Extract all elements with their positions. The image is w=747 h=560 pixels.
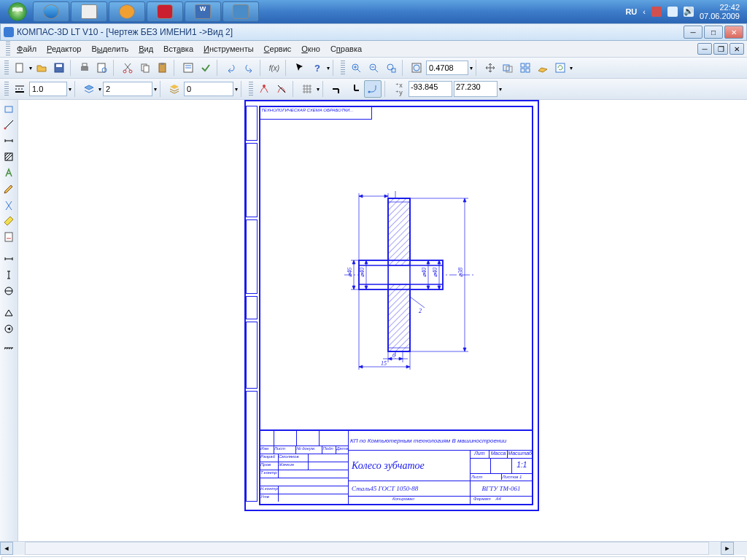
cut-button[interactable] (120, 60, 136, 76)
tray-chevron-icon[interactable]: ‹ (643, 7, 646, 16)
volume-icon[interactable]: 🔊 (684, 7, 694, 17)
layer-input[interactable] (184, 82, 233, 96)
menu-window[interactable]: Окно (296, 43, 325, 55)
command-line[interactable] (1, 556, 746, 560)
menu-insert[interactable]: Вставка (158, 43, 198, 55)
taskbar-kompas[interactable] (222, 1, 259, 22)
close-button[interactable]: ✕ (724, 26, 743, 39)
grip-icon[interactable] (249, 82, 253, 96)
text-icon[interactable] (1, 166, 16, 180)
undo-button[interactable] (223, 60, 239, 76)
scroll-right-icon[interactable]: ► (721, 542, 734, 555)
aux3-icon[interactable] (1, 284, 16, 298)
grip-icon[interactable] (4, 82, 9, 96)
zoom-window-button[interactable] (383, 60, 399, 76)
geometry-icon[interactable] (1, 101, 16, 116)
linestyle-button[interactable] (12, 81, 28, 97)
menu-service[interactable]: Сервис (259, 43, 297, 55)
aux5-icon[interactable] (1, 322, 16, 336)
pan-button[interactable] (482, 60, 498, 76)
properties-button[interactable] (180, 60, 196, 76)
menu-view[interactable]: Вид (133, 43, 158, 55)
maximize-button[interactable]: □ (704, 26, 723, 39)
taskbar-app1[interactable] (71, 1, 107, 22)
svg-line-57 (5, 153, 8, 156)
line-icon[interactable] (1, 117, 16, 132)
zoom-all-button[interactable] (517, 60, 533, 76)
ortho-h-button[interactable] (329, 81, 345, 97)
copy-props-button[interactable] (198, 60, 214, 76)
top-stamp: ТЕХНОЛОГИЧЕСКАЯ СХЕМА ОБРАБОТКИ... (260, 107, 372, 120)
zoom-input[interactable] (426, 61, 468, 75)
aux2-icon[interactable] (1, 268, 16, 282)
layers-button[interactable] (81, 81, 97, 97)
fx-button[interactable]: f(x) (266, 60, 282, 76)
dim-icon[interactable] (1, 133, 16, 148)
aux4-icon[interactable] (1, 306, 16, 320)
minimize-button[interactable]: ─ (684, 26, 703, 39)
tray-icon-1[interactable] (651, 7, 662, 17)
coords-button[interactable]: ⁺x⁺y (391, 81, 407, 97)
hatch-icon[interactable] (1, 149, 16, 164)
menu-tools[interactable]: Инструменты (198, 43, 259, 55)
svg-rect-56 (5, 153, 12, 160)
zoom-fit-button[interactable] (409, 60, 425, 76)
tb-project: КП по Компьютерным технологиям В машинос… (349, 431, 532, 451)
round-button[interactable] (364, 80, 382, 98)
app-icon (4, 27, 14, 37)
x-coord[interactable]: -93.845 (409, 81, 452, 97)
mdi-close[interactable]: ✕ (729, 43, 744, 55)
menu-file[interactable]: Файл (12, 43, 42, 55)
grid-button[interactable] (299, 81, 315, 97)
print-button[interactable] (77, 60, 93, 76)
taskbar-wmp[interactable] (109, 1, 145, 22)
paste-button[interactable] (155, 60, 171, 76)
gear-drawing: Y X (319, 180, 494, 370)
menu-help[interactable]: Справка (325, 43, 367, 55)
scroll-left-icon[interactable]: ◄ (0, 542, 13, 555)
new-button[interactable] (12, 60, 28, 76)
tray-icon-2[interactable] (667, 7, 678, 17)
svg-line-59 (7, 155, 12, 160)
menu-select[interactable]: Выделить (86, 43, 133, 55)
drawing-canvas[interactable]: ТЕХНОЛОГИЧЕСКАЯ СХЕМА ОБРАБОТКИ... Y X (18, 100, 747, 541)
taskbar-word[interactable]: W (185, 1, 221, 22)
pointer-button[interactable] (292, 60, 308, 76)
start-button[interactable] (3, 0, 32, 23)
mdi-restore[interactable]: ❐ (713, 43, 728, 55)
linewidth-input[interactable] (29, 82, 67, 96)
clock[interactable]: 22:4207.06.2009 (700, 3, 740, 20)
layer-mgr-button[interactable] (166, 81, 182, 97)
grip-icon[interactable] (341, 61, 345, 75)
preview-button[interactable] (94, 60, 110, 76)
ortho-v-button[interactable] (347, 81, 363, 97)
aux6-icon[interactable] (1, 338, 16, 352)
redraw-button[interactable] (535, 60, 551, 76)
snap-off-button[interactable] (274, 81, 290, 97)
mdi-minimize[interactable]: ─ (697, 43, 712, 55)
copy-button[interactable] (137, 60, 153, 76)
y-coord[interactable]: 27.230 (454, 81, 498, 97)
edit-icon[interactable] (1, 182, 16, 196)
grip-icon[interactable] (4, 61, 9, 75)
zoom-prev-button[interactable] (500, 60, 516, 76)
menu-editor[interactable]: Редактор (42, 43, 86, 55)
taskbar-opera[interactable] (147, 1, 183, 22)
taskbar-ie[interactable] (33, 1, 69, 22)
aux1-icon[interactable] (1, 252, 16, 266)
open-button[interactable] (34, 60, 50, 76)
view-input[interactable] (103, 82, 152, 96)
grip-icon[interactable] (6, 42, 10, 56)
zoom-out-button[interactable] (365, 60, 382, 76)
redo-button[interactable] (241, 60, 257, 76)
measure-icon[interactable] (1, 214, 16, 228)
snap-end-button[interactable] (256, 81, 272, 97)
save-button[interactable] (51, 60, 67, 76)
zoom-in-button[interactable] (348, 60, 364, 76)
help-button[interactable]: ? (309, 60, 325, 76)
refresh-button[interactable] (552, 60, 568, 76)
lang-indicator[interactable]: RU (625, 7, 637, 16)
hscrollbar[interactable]: ◄ ► (0, 541, 747, 555)
spec-icon[interactable] (1, 230, 16, 244)
param-icon[interactable] (1, 198, 16, 212)
